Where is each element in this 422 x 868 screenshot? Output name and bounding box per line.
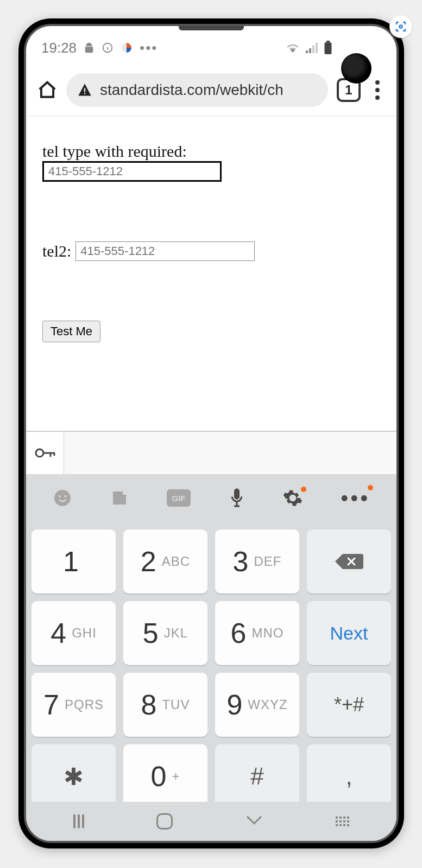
keyboard-more-icon[interactable]: ••• [341,486,370,510]
keyboard-suggestion-bar [26,431,396,474]
mic-icon[interactable] [229,487,245,509]
android-icon [83,42,95,54]
key-9[interactable]: 9WXYZ [215,673,299,737]
test-me-button[interactable]: Test Me [42,321,100,342]
tel2-label: tel2: [42,242,71,260]
key-5[interactable]: 5JKL [123,601,207,665]
key-1[interactable]: 1 [32,529,116,593]
front-camera [341,53,371,84]
wifi-icon [286,42,300,54]
svg-point-19 [64,495,66,497]
key-next[interactable]: Next [307,601,391,665]
key-hash[interactable]: # [215,744,299,808]
home-icon[interactable] [37,80,58,100]
tel1-input[interactable] [42,161,222,182]
key-6[interactable]: 6MNO [215,601,299,665]
browser-menu-button[interactable] [369,80,386,100]
tab-count-text: 1 [345,82,352,98]
not-secure-icon [77,82,92,98]
status-bar: 19:28 ••• [26,26,396,64]
key-backspace[interactable] [307,529,391,593]
svg-rect-22 [234,489,240,500]
key-4[interactable]: 4GHI [32,601,116,665]
screen-capture-button[interactable] [389,15,412,38]
back-button[interactable] [245,814,263,828]
emoji-icon[interactable] [53,488,72,508]
svg-rect-11 [84,88,85,92]
tel1-label: tel type with required: [42,142,380,161]
recents-button[interactable] [73,814,84,828]
tel2-input[interactable] [75,241,255,261]
url-bar[interactable]: standardista.com/webkit/ch [66,73,328,107]
info-icon [102,42,114,54]
more-notifications-icon: ••• [140,40,158,56]
browser-toolbar: standardista.com/webkit/ch 1 [26,64,396,116]
svg-rect-8 [316,43,318,53]
svg-point-0 [400,25,402,28]
svg-rect-6 [309,48,311,53]
url-text: standardista.com/webkit/ch [100,81,284,99]
sticker-icon[interactable] [110,488,129,508]
key-0[interactable]: 0+ [123,744,207,808]
key-comma[interactable]: , [307,744,391,808]
phone-frame: 19:28 ••• [18,18,404,848]
clock-text: 19:28 [41,40,77,56]
home-button[interactable] [156,813,173,829]
svg-point-18 [58,495,60,497]
keyboard-toolbar: GIF ••• [26,474,396,522]
signal-icon [305,42,318,54]
key-star[interactable]: ✱ [32,744,116,808]
phone-speaker [179,25,244,30]
suggestion-area[interactable] [64,432,396,474]
svg-text:GIF: GIF [172,494,186,503]
svg-rect-10 [325,42,332,54]
android-nav-bar [26,802,396,841]
svg-rect-7 [312,46,314,53]
key-3[interactable]: 3DEF [215,529,299,593]
numeric-keypad: 1 2ABC 3DEF 4GHI 5JKL 6MNO Next 7PQRS 8T… [26,522,396,821]
svg-point-17 [54,490,71,506]
keyboard-toggle-icon[interactable] [336,816,349,826]
web-page-content: tel type with required: tel2: Test Me [26,116,396,431]
password-key-icon[interactable] [26,432,64,474]
twister-icon [120,41,133,54]
svg-rect-9 [326,41,330,42]
gif-icon[interactable]: GIF [167,489,191,507]
key-7[interactable]: 7PQRS [32,673,116,737]
svg-rect-12 [84,93,85,94]
svg-point-13 [36,449,43,457]
keyboard-settings-icon[interactable] [282,488,303,508]
svg-rect-5 [306,50,308,53]
key-2[interactable]: 2ABC [123,529,207,593]
key-symbols[interactable]: *+# [307,673,391,737]
key-8[interactable]: 8TUV [123,673,207,737]
battery-icon [324,41,332,55]
